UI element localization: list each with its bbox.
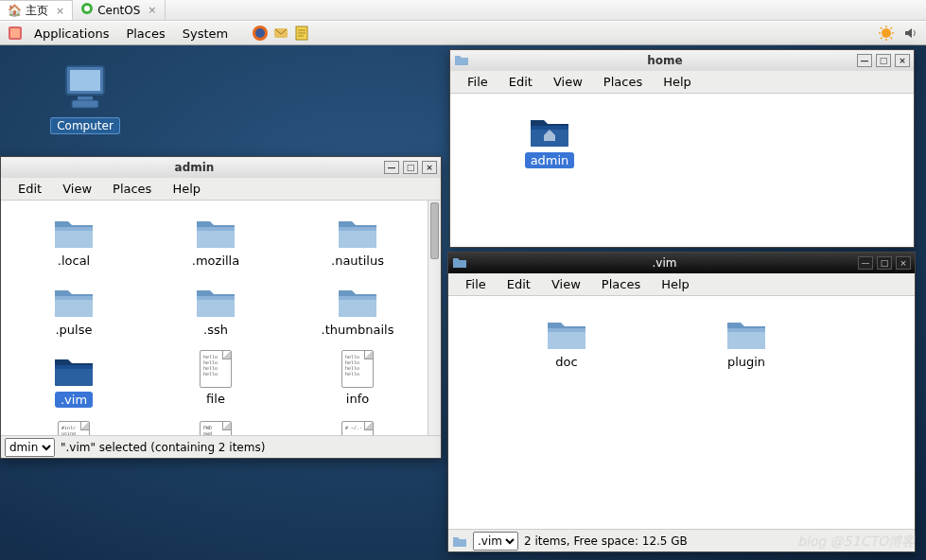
text-file-icon: hellohellohellohello <box>341 350 374 388</box>
menu-edit[interactable]: Edit <box>498 275 540 293</box>
file-item-.thumbnails[interactable]: .thumbnails <box>296 277 419 341</box>
minimize-button[interactable]: — <box>857 54 872 67</box>
file-item-.nautilus[interactable]: .nautilus <box>296 208 419 271</box>
menu-places[interactable]: Places <box>592 275 650 293</box>
folder-icon <box>452 255 467 271</box>
maximize-button[interactable]: □ <box>877 256 892 270</box>
desktop[interactable]: Computer admin — □ × Edit View Places He… <box>0 45 926 560</box>
minimize-button[interactable]: — <box>384 161 399 174</box>
file-item-partial[interactable]: # ~/.- <box>296 417 419 435</box>
text-file-icon: PWDpwdecho <box>200 421 232 435</box>
centos-icon <box>80 2 94 18</box>
titlebar-vim[interactable]: .vim — □ × <box>448 253 915 273</box>
file-name: plugin <box>687 355 806 369</box>
file-name: .ssh <box>156 323 275 337</box>
text-file-icon: hellohellohellohello <box>200 350 232 388</box>
file-view-vim[interactable]: doc plugin <box>448 296 915 529</box>
menu-help[interactable]: Help <box>654 73 701 91</box>
folder-icon <box>452 534 467 548</box>
close-button[interactable]: × <box>896 256 911 270</box>
firefox-icon[interactable] <box>251 24 270 43</box>
close-button[interactable]: × <box>422 161 437 174</box>
file-item-.ssh[interactable]: .ssh <box>154 277 277 341</box>
computer-label: Computer <box>50 117 120 134</box>
folder-icon <box>527 111 572 149</box>
notes-icon[interactable] <box>292 24 311 43</box>
menu-edit[interactable]: Edit <box>9 180 51 198</box>
statusbar-admin: dmin ".vim" selected (containing 2 items… <box>1 435 441 458</box>
titlebar-admin[interactable]: admin — □ × <box>1 157 441 178</box>
gnome-panel: Applications Places System <box>0 21 926 45</box>
menu-places[interactable]: Places <box>594 73 652 91</box>
file-item-doc[interactable]: doc <box>505 309 628 373</box>
file-item-.mozilla[interactable]: .mozilla <box>154 208 277 271</box>
browser-tab-centos[interactable]: CentOS × <box>73 0 165 20</box>
folder-icon <box>51 350 96 388</box>
file-item-file[interactable]: hellohellohellohellofile <box>154 346 277 411</box>
watermark: blog @51CTO博客 <box>797 534 915 551</box>
sun-icon[interactable] <box>877 24 896 43</box>
maximize-button[interactable]: □ <box>403 161 418 174</box>
menubar: Edit View Places Help <box>1 178 441 201</box>
start-icon[interactable] <box>6 24 25 43</box>
menu-file[interactable]: File <box>456 275 496 293</box>
menu-view[interactable]: View <box>53 180 101 198</box>
folder-icon <box>454 53 469 68</box>
svg-rect-12 <box>72 100 98 108</box>
minimize-button[interactable]: — <box>858 256 873 270</box>
location-select[interactable]: dmin <box>5 438 55 457</box>
window-admin: admin — □ × Edit View Places Help .local… <box>0 156 442 459</box>
volume-icon[interactable] <box>901 24 920 43</box>
file-name: .nautilus <box>298 254 417 268</box>
file-item-.vim[interactable]: .vim <box>12 346 135 411</box>
close-icon[interactable]: × <box>56 5 64 17</box>
menu-view[interactable]: View <box>542 275 590 293</box>
file-name: .vim <box>55 392 93 408</box>
file-item-.local[interactable]: .local <box>12 208 135 271</box>
location-select[interactable]: .vim <box>473 532 518 551</box>
text-file-icon: # ~/.- <box>341 421 374 435</box>
svg-rect-3 <box>10 28 20 38</box>
scrollbar-thumb[interactable] <box>430 202 439 259</box>
menu-file[interactable]: File <box>458 73 498 91</box>
svg-rect-11 <box>78 96 93 100</box>
folder-icon <box>724 313 769 351</box>
menu-places[interactable]: Places <box>103 180 161 198</box>
window-title: home <box>473 54 857 67</box>
file-item-info[interactable]: hellohellohellohelloinfo <box>296 346 419 411</box>
menu-edit[interactable]: Edit <box>499 73 542 91</box>
menu-system[interactable]: System <box>175 25 236 43</box>
window-title: admin <box>5 161 384 174</box>
close-button[interactable]: × <box>895 54 910 67</box>
menu-places[interactable]: Places <box>118 25 172 43</box>
file-item-admin[interactable]: admin <box>488 107 611 172</box>
svg-rect-10 <box>70 70 100 91</box>
tab-label: CentOS <box>97 4 140 17</box>
menu-help[interactable]: Help <box>652 275 699 293</box>
mail-icon[interactable] <box>271 24 290 43</box>
menubar: File Edit View Places Help <box>450 71 914 94</box>
file-item-.pulse[interactable]: .pulse <box>12 277 135 341</box>
window-title: .vim <box>471 256 858 270</box>
file-name: file <box>156 392 275 406</box>
file-item-plugin[interactable]: plugin <box>685 309 808 373</box>
file-name: admin <box>525 152 575 168</box>
folder-icon <box>544 313 589 351</box>
desktop-computer-icon[interactable]: Computer <box>47 64 123 134</box>
file-view-home[interactable]: admin <box>450 94 914 247</box>
titlebar-home[interactable]: home — □ × <box>450 50 914 71</box>
scrollbar[interactable] <box>428 201 441 435</box>
menu-view[interactable]: View <box>544 73 592 91</box>
home-icon: 🏠 <box>8 4 22 17</box>
close-icon[interactable]: × <box>148 4 156 16</box>
file-view-admin[interactable]: .local .mozilla .nautilus .pulse .ssh .t… <box>1 201 441 435</box>
menu-help[interactable]: Help <box>163 180 210 198</box>
browser-tabs: 🏠 主页 × CentOS × <box>0 0 926 21</box>
browser-tab-home[interactable]: 🏠 主页 × <box>0 0 73 20</box>
file-item-partial[interactable]: #inlcusingint m <box>12 417 135 435</box>
window-vim: .vim — □ × File Edit View Places Help do… <box>447 252 916 552</box>
menu-applications[interactable]: Applications <box>26 25 116 43</box>
maximize-button[interactable]: □ <box>876 54 891 67</box>
file-name: .mozilla <box>156 254 275 268</box>
file-item-partial[interactable]: PWDpwdecho <box>154 417 277 435</box>
